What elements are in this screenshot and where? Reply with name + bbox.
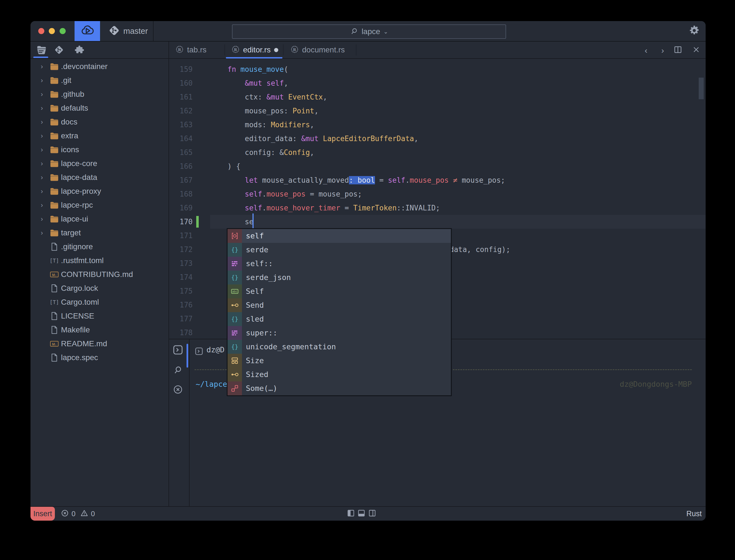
completion-kind-text-icon: abc (228, 284, 242, 298)
folder-icon (49, 63, 60, 70)
split-editor-button[interactable] (672, 44, 684, 57)
tab-divider (356, 44, 357, 55)
line-number: 176 (169, 298, 193, 312)
command-palette-input[interactable]: lapce ⌄ (232, 24, 506, 39)
settings-button[interactable] (688, 25, 701, 37)
tree-item-icons[interactable]: ›icons (31, 143, 169, 157)
svg-text:{}: {} (231, 315, 238, 322)
tree-item-docs[interactable]: ›docs (31, 115, 169, 129)
navigate-back-button[interactable]: ‹ (640, 44, 652, 57)
completion-item-Size[interactable]: Size (228, 354, 451, 368)
completion-item-sled[interactable]: {}sled (228, 312, 451, 326)
terminal-cwd: ~/lapce (196, 378, 227, 390)
problems-panel-button[interactable] (171, 383, 185, 397)
text-cursor (253, 213, 254, 230)
line-number: 178 (169, 326, 193, 339)
tree-item-lapce-ui[interactable]: ›lapce-ui (31, 212, 169, 226)
tree-item-defaults[interactable]: ›defaults (31, 101, 169, 115)
window-minimize-button[interactable] (49, 28, 55, 34)
tree-item-README.md[interactable]: M↓README.md (31, 337, 169, 351)
folder-icon (49, 91, 60, 98)
completion-item-super[interactable]: super:: (228, 326, 451, 340)
tree-item-extra[interactable]: ›extra (31, 129, 169, 143)
tree-item-lapce-rpc[interactable]: ›lapce-rpc (31, 198, 169, 212)
active-panel-indicator (187, 344, 188, 368)
panel-bottom-icon (358, 509, 365, 518)
toml-file-icon: [T] (49, 256, 60, 265)
completion-item-self[interactable]: self (228, 229, 451, 243)
code-token: , (414, 134, 418, 143)
line-number: 167 (169, 173, 193, 187)
tree-item-.devcontainer[interactable]: ›.devcontainer (31, 60, 169, 73)
tree-item-Cargo.toml[interactable]: [T]Cargo.toml (31, 295, 169, 309)
tree-item-lapce-proxy[interactable]: ›lapce-proxy (31, 184, 169, 198)
code-token: &mut (245, 79, 262, 87)
tree-item-CONTRIBUTING.md[interactable]: M↓CONTRIBUTING.md (31, 268, 169, 281)
warnings-count: 0 (91, 507, 95, 521)
terminal-tab-button[interactable] (171, 344, 185, 357)
tree-item-Cargo.lock[interactable]: Cargo.lock (31, 281, 169, 295)
tree-item-label: target (61, 228, 81, 237)
code-token: mods: (210, 121, 271, 129)
search-panel-button[interactable] (171, 364, 185, 377)
chevron-right-icon: › (39, 160, 45, 167)
rust-file-icon: R (291, 45, 299, 55)
tab-document.rs[interactable]: R document.rs (291, 42, 345, 58)
folder-icon (49, 188, 60, 195)
code-token (210, 65, 228, 73)
file-icon (49, 353, 60, 362)
warnings-indicator[interactable] (80, 510, 88, 518)
completion-label: self (246, 229, 264, 243)
window-maximize-button[interactable] (60, 28, 66, 34)
tree-item-lapce-data[interactable]: ›lapce-data (31, 170, 169, 184)
completion-item-unicode_segmentation[interactable]: {}unicode_segmentation (228, 340, 451, 354)
completion-label: sled (246, 312, 264, 326)
tab-editor.rs[interactable]: R editor.rs (232, 42, 278, 58)
tree-item-target[interactable]: ›target (31, 226, 169, 240)
rust-file-icon: R (176, 45, 184, 55)
git-branch-button[interactable]: master (100, 21, 154, 41)
palette-value: lapce (362, 27, 380, 36)
navigate-forward-button[interactable]: › (657, 44, 669, 57)
errors-indicator[interactable] (61, 510, 69, 518)
folder-icon (49, 202, 60, 209)
file-tree: ›.devcontainer›.git›.github›defaults›doc… (31, 42, 169, 506)
code-token: ::INVALID; (396, 204, 440, 212)
tree-item-.rustfmt.toml[interactable]: [T].rustfmt.toml (31, 254, 169, 268)
tree-item-lapce.spec[interactable]: lapce.spec (31, 351, 169, 365)
editor-scrollbar-thumb[interactable] (699, 78, 704, 99)
code-token: : bool (349, 176, 375, 184)
code-token (210, 204, 245, 212)
toggle-bottom-panel-button[interactable] (358, 510, 365, 518)
completion-item-self[interactable]: self:: (228, 257, 451, 271)
chevron-right-icon: › (39, 201, 45, 209)
chevron-right-icon: › (39, 77, 45, 84)
completion-item-serde[interactable]: {}serde (228, 243, 451, 257)
toggle-left-panel-button[interactable] (347, 510, 355, 518)
code-token: = (375, 176, 388, 184)
tab-tab.rs[interactable]: R tab.rs (176, 42, 207, 58)
line-number: 171 (169, 229, 193, 243)
language-indicator[interactable]: Rust (686, 507, 702, 521)
tree-item-Makefile[interactable]: Makefile (31, 323, 169, 337)
completion-item-Some[interactable]: Some(…) (228, 381, 451, 395)
window-close-button[interactable] (38, 28, 44, 34)
tree-item-LICENSE[interactable]: LICENSE (31, 309, 169, 323)
completion-label: unicode_segmentation (246, 340, 336, 354)
completion-item-Sized[interactable]: Sized (228, 368, 451, 381)
code-line: ctx: &mut EventCtx, (210, 90, 327, 104)
completion-item-Self[interactable]: abcSelf (228, 284, 451, 298)
code-token: EventCtx (288, 93, 323, 101)
tree-item-.git[interactable]: ›.git (31, 73, 169, 87)
lapce-logo-button[interactable] (75, 21, 100, 41)
tree-item-.github[interactable]: ›.github (31, 87, 169, 101)
close-editor-button[interactable] (690, 44, 702, 57)
completion-item-serde_json[interactable]: {}serde_json (228, 271, 451, 284)
completion-item-Send[interactable]: Send (228, 298, 451, 312)
tree-item-.gitignore[interactable]: .gitignore (31, 240, 169, 254)
tree-item-lapce-core[interactable]: ›lapce-core (31, 157, 169, 170)
terminal-prompt-text[interactable]: dz@D (207, 344, 225, 356)
code-line: config: &Config, (210, 146, 314, 159)
toggle-right-panel-button[interactable] (368, 510, 376, 518)
code-token: &mut (301, 134, 319, 143)
